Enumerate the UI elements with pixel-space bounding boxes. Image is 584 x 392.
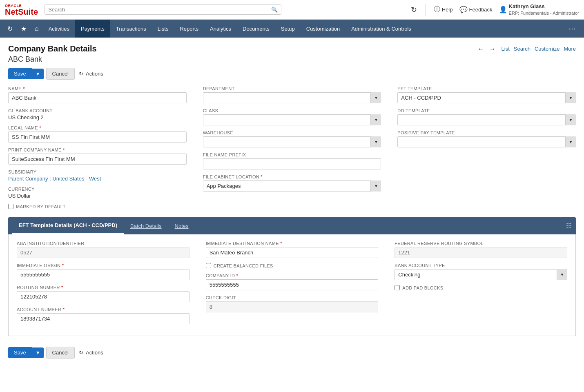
department-select-wrap: ▼ [203, 92, 381, 103]
nav-analytics[interactable]: Analytics [204, 20, 237, 38]
account-number-group: ACCOUNT NUMBER * [17, 307, 189, 324]
currency-label: CURRENCY [8, 187, 187, 192]
list-link[interactable]: List [502, 46, 510, 52]
search-input[interactable] [48, 7, 271, 13]
marked-default-label: MARKED BY DEFAULT [16, 204, 65, 209]
bank-account-type-label: BANK ACCOUNT TYPE [395, 263, 567, 268]
federal-reserve-group: FEDERAL RESERVE ROUTING SYMBOL [395, 241, 567, 258]
class-label: CLASS [203, 108, 381, 113]
file-name-prefix-input[interactable] [203, 158, 381, 169]
check-digit-input [206, 301, 379, 312]
help-button[interactable]: ⓘ Help [434, 5, 453, 14]
subsidiary-label: SUBSIDIARY [8, 169, 187, 174]
immediate-dest-name-group: IMMEDIATE DESTINATION NAME * [206, 241, 379, 258]
actions-button[interactable]: ↻ Actions [79, 71, 103, 77]
search-link[interactable]: Search [514, 46, 531, 52]
gl-bank-account-group: GL BANK ACCOUNT US Checking 2 [8, 108, 187, 120]
nav-activities[interactable]: Activities [43, 20, 75, 38]
tabs-header: EFT Template Details (ACH - CCD/PPD) Bat… [8, 217, 576, 234]
department-group: DEPARTMENT ▼ [203, 86, 381, 103]
currency-group: CURRENCY US Dollar [8, 187, 187, 199]
nav-more-icon[interactable]: ⋯ [564, 21, 581, 36]
tab-eft-details[interactable]: EFT Template Details (ACH - CCD/PPD) [12, 217, 124, 234]
bottom-save-dropdown-button[interactable]: ▼ [32, 347, 44, 358]
bottom-cancel-button[interactable]: Cancel [46, 347, 75, 359]
legal-name-input[interactable] [8, 131, 187, 143]
nav-payments[interactable]: Payments [75, 20, 110, 38]
subsidiary-group: SUBSIDIARY Parent Company : United State… [8, 169, 187, 182]
eft-template-select[interactable]: ACH - CCD/PPD [397, 92, 576, 103]
aba-identifier-label: ABA INSTITUTION IDENTIFIER [17, 241, 189, 246]
add-pad-blocks-checkbox[interactable] [395, 285, 400, 290]
nav-lists[interactable]: Lists [152, 20, 174, 38]
check-digit-label: CHECK DIGIT [206, 295, 379, 300]
name-field-group: NAME * [8, 86, 187, 103]
nav-documents[interactable]: Documents [237, 20, 275, 38]
immediate-dest-label: IMMEDIATE DESTINATION NAME * [206, 241, 379, 246]
currency-value: US Dollar [8, 193, 187, 199]
bank-account-type-select[interactable]: Checking Savings [395, 269, 567, 280]
marked-default-checkbox[interactable] [8, 204, 13, 209]
file-cabinet-select[interactable]: App Packages [203, 180, 381, 192]
routing-number-label: ROUTING NUMBER * [17, 285, 189, 290]
cancel-button[interactable]: Cancel [46, 68, 75, 80]
nav-favorites-icon[interactable]: ★ [17, 22, 31, 36]
nav-admin[interactable]: Administration & Controls [345, 20, 417, 38]
history-icon[interactable]: ↻ [411, 5, 417, 14]
immediate-origin-group: IMMEDIATE ORIGIN * [17, 263, 189, 280]
feedback-icon: 💬 [459, 6, 468, 13]
file-name-prefix-group: FILE NAME PREFIX [203, 152, 381, 169]
nav-home-icon[interactable]: ⌂ [31, 22, 43, 36]
feedback-button[interactable]: 💬 Feedback [459, 6, 493, 13]
form-col-3: EFT TEMPLATE ACH - CCD/PPD ▼ DD TEMPLATE… [397, 86, 576, 209]
next-arrow[interactable]: → [488, 45, 497, 53]
file-cabinet-select-wrap: App Packages ▼ [203, 180, 381, 192]
department-label: DEPARTMENT [203, 86, 381, 91]
account-number-label: ACCOUNT NUMBER * [17, 307, 189, 312]
create-balanced-files-row: CREATE BALANCED FILES [206, 263, 379, 268]
more-link[interactable]: More [564, 46, 576, 52]
federal-reserve-label: FEDERAL RESERVE ROUTING SYMBOL [395, 241, 567, 246]
print-company-input[interactable] [8, 154, 187, 165]
nav-customization[interactable]: Customization [301, 20, 345, 38]
prev-arrow[interactable]: ← [476, 45, 486, 53]
name-input[interactable] [8, 92, 187, 103]
nav-transactions[interactable]: Transactions [110, 20, 152, 38]
aba-identifier-group: ABA INSTITUTION IDENTIFIER [17, 241, 189, 258]
search-bar[interactable]: 🔍 [45, 4, 281, 15]
nav-setup[interactable]: Setup [275, 20, 301, 38]
routing-number-input[interactable] [17, 291, 189, 302]
bottom-actions-button[interactable]: ↻ Actions [79, 350, 103, 356]
check-digit-group: CHECK DIGIT [206, 295, 379, 312]
immediate-dest-input[interactable] [206, 247, 379, 258]
tab-batch-details[interactable]: Batch Details [124, 217, 168, 234]
account-number-input[interactable] [17, 313, 189, 324]
positive-pay-select[interactable] [397, 136, 576, 147]
page-actions: ← → List Search Customize More [476, 45, 576, 53]
warehouse-select[interactable] [203, 136, 381, 147]
save-dropdown-button[interactable]: ▼ [32, 69, 44, 79]
nav-reports[interactable]: Reports [174, 20, 204, 38]
tab-notes[interactable]: Notes [168, 217, 195, 234]
company-id-input[interactable] [206, 279, 379, 290]
immediate-origin-input[interactable] [17, 269, 189, 280]
positive-pay-label: POSITIVE PAY TEMPLATE [397, 130, 576, 135]
class-select[interactable] [203, 114, 381, 125]
top-bar: ORACLE NetSuite 🔍 ↻ ⓘ Help 💬 Feedback 👤 … [0, 0, 584, 20]
customize-link[interactable]: Customize [535, 46, 559, 52]
subsidiary-value[interactable]: Parent Company : United States - West [8, 176, 187, 182]
department-select[interactable] [203, 92, 381, 103]
warehouse-select-wrap: ▼ [203, 136, 381, 147]
save-button[interactable]: Save [8, 68, 32, 79]
nav-bar: ↻ ★ ⌂ Activities Payments Transactions L… [0, 20, 584, 38]
file-name-prefix-label: FILE NAME PREFIX [203, 152, 381, 157]
name-label: NAME * [8, 86, 187, 91]
nav-recent-icon[interactable]: ↻ [3, 22, 17, 36]
bottom-save-button[interactable]: Save [8, 347, 32, 358]
dd-template-select[interactable] [397, 114, 576, 125]
main-form: NAME * GL BANK ACCOUNT US Checking 2 LEG… [8, 86, 576, 209]
create-balanced-files-checkbox[interactable] [206, 263, 211, 268]
user-menu[interactable]: 👤 Kathryn Glass ERP: Fundamentals - Admi… [499, 3, 579, 16]
tab-expand-icon[interactable]: ☷ [566, 222, 572, 230]
detail-form: ABA INSTITUTION IDENTIFIER IMMEDIATE ORI… [8, 234, 576, 336]
